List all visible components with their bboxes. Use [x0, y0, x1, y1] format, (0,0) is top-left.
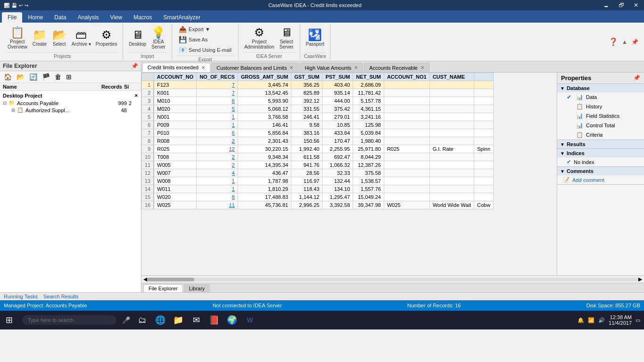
horizontal-scrollbar[interactable]: ◀ ▶ — [141, 275, 644, 283]
table-cell[interactable]: 12 — [197, 145, 238, 153]
tab-macros[interactable]: Macros — [128, 12, 157, 23]
results-section-header[interactable]: ▼ Results — [557, 140, 644, 148]
close-tab-ar[interactable]: ✕ — [421, 65, 424, 70]
table-cell[interactable]: 8 — [197, 97, 238, 105]
col-gross-amt-sum[interactable]: GROSS_AMT_SUM — [238, 73, 291, 81]
search-input[interactable] — [22, 315, 116, 325]
fe-folder-btn[interactable]: 📂 — [15, 73, 26, 81]
taskbar-pdf[interactable]: 📕 — [206, 312, 223, 329]
table-row[interactable]: 13W00811,787.98116.97132.441,538.57 — [142, 177, 494, 185]
close-desktop-icon[interactable]: ✕ — [134, 93, 138, 98]
show-desktop-icon[interactable]: ▭ — [636, 317, 640, 323]
record-link[interactable]: 5 — [199, 106, 235, 112]
record-link[interactable]: 1 — [199, 178, 235, 184]
record-link[interactable]: 2 — [199, 162, 235, 168]
qa-undo[interactable]: ↩ — [19, 3, 23, 8]
close-tab-credit[interactable]: ✕ — [201, 65, 205, 70]
tab-view[interactable]: View — [104, 12, 128, 23]
col-no-of-recs[interactable]: NO_OF_RECS — [197, 73, 238, 81]
record-link[interactable]: 4 — [199, 170, 235, 176]
pin-explorer-icon[interactable]: 📌 — [131, 63, 138, 69]
table-cell[interactable]: 1 — [197, 185, 238, 193]
desktop-button[interactable]: 🖥 Desktop — [127, 28, 148, 48]
table-row[interactable]: 5N00113,766.58246.41279.013,241.16 — [142, 113, 494, 121]
bottom-tab-file-explorer[interactable]: File Explorer — [143, 284, 183, 292]
project-overview-button[interactable]: 📋 ProjectOverview — [6, 26, 29, 50]
table-cell[interactable]: 1 — [197, 177, 238, 185]
record-link[interactable]: 6 — [199, 130, 235, 136]
notification-icon[interactable]: 🔔 — [578, 317, 584, 323]
volume-icon[interactable]: 🔊 — [598, 317, 605, 323]
table-row[interactable]: 6P0091146.419.5810.85125.98 — [142, 121, 494, 129]
table-row[interactable]: 7P01065,856.84383.16433.845,039.84 — [142, 129, 494, 137]
fe-authorized-suppliers[interactable]: ⊞ 📋 Authorized Suppl... 48 — [0, 107, 141, 114]
table-cell[interactable]: 4 — [197, 169, 238, 177]
mic-icon[interactable]: 🎤 — [122, 316, 130, 324]
system-clock[interactable]: 12:38 AM 11/4/2017 — [609, 314, 632, 326]
tab-home[interactable]: Home — [22, 12, 49, 23]
tab-accounts-receivable[interactable]: Accounts Receivable ✕ — [364, 63, 429, 72]
table-row[interactable]: 3M01085,993.90392.12444.005,157.78 — [142, 97, 494, 105]
start-button[interactable]: ⊞ — [0, 311, 18, 329]
indices-section-header[interactable]: ▼ Indices — [557, 149, 644, 157]
prop-history[interactable]: 📋 History — [557, 102, 644, 111]
tab-data[interactable]: Data — [49, 12, 72, 23]
select-server-button[interactable]: 🖥 SelectServer — [277, 26, 296, 50]
table-cell[interactable]: 8 — [197, 193, 238, 201]
taskbar-mail[interactable]: ✉ — [188, 312, 205, 329]
pin-properties-icon[interactable]: 📌 — [633, 74, 640, 82]
data-grid-container[interactable]: ACCOUNT_NO NO_OF_RECS GROSS_AMT_SUM GST_… — [141, 73, 557, 275]
close-tab-high-value[interactable]: ✕ — [354, 65, 358, 70]
fe-home-btn[interactable]: 🏠 — [2, 73, 14, 81]
qa-save[interactable]: 💾 — [11, 3, 17, 8]
qa-redo[interactable]: ↪ — [25, 3, 28, 8]
table-row[interactable]: 9R0251230,220.151,992.402,255.9525,971.8… — [142, 145, 494, 153]
table-cell[interactable]: 6 — [197, 129, 238, 137]
tab-credit-limits[interactable]: Credit limits exceeded ✕ — [142, 63, 210, 72]
fe-refresh-btn[interactable]: 🔄 — [27, 73, 39, 81]
taskbar-edge[interactable]: 🌐 — [152, 312, 169, 329]
tab-high-value[interactable]: High Value Amounts ✕ — [299, 63, 363, 72]
record-link[interactable]: 8 — [199, 194, 235, 200]
col-account-no1[interactable]: ACCOUNT_NO1 — [384, 73, 429, 81]
table-row[interactable]: 10T00829,348.34611.58692.478,044.29 — [142, 153, 494, 161]
fe-view-btn[interactable]: ⊞ — [64, 73, 74, 81]
table-cell[interactable]: 1 — [197, 113, 238, 121]
fe-delete-btn[interactable]: 🗑 — [53, 73, 63, 81]
passport-button[interactable]: 🛂 Passport — [304, 28, 326, 48]
record-link[interactable]: 1 — [199, 114, 235, 120]
table-cell[interactable]: 2 — [197, 153, 238, 161]
idea-server-import-button[interactable]: 💡 IDEAServer — [149, 26, 168, 50]
col-cust-name[interactable]: CUST_NAME — [429, 73, 474, 81]
expand-ribbon-icon[interactable]: ▲ — [622, 39, 627, 45]
col-pst-sum[interactable]: PST_SUM — [322, 73, 353, 81]
table-row[interactable]: 2K001713,542.45825.89935.1411,781.42 — [142, 89, 494, 97]
table-row[interactable]: 14W01111,810.29118.43134.101,557.76 — [142, 185, 494, 193]
table-cell[interactable]: 2 — [197, 161, 238, 169]
save-as-button[interactable]: 💾 Save As — [176, 35, 234, 44]
record-link[interactable]: 2 — [199, 154, 235, 160]
comments-section-header[interactable]: ▼ Comments — [557, 167, 644, 175]
scroll-right-icon[interactable]: ▶ — [638, 276, 642, 282]
network-icon[interactable]: 📶 — [588, 317, 594, 323]
scroll-thumb[interactable] — [147, 278, 194, 281]
record-link[interactable]: 2 — [199, 138, 235, 144]
prop-control-total[interactable]: 📊 Control Total — [557, 121, 644, 130]
tab-analysis[interactable]: Analysis — [72, 12, 105, 23]
table-row[interactable]: 12W0074436.4728.5632.33375.58 — [142, 169, 494, 177]
table-cell[interactable]: 2 — [197, 137, 238, 145]
project-administration-button[interactable]: ⚙ ProjectAdministration — [242, 26, 276, 50]
table-row[interactable]: 11W005214,395.34941.761,066.3212,387.26 — [142, 161, 494, 169]
col-account-no[interactable]: ACCOUNT_NO — [154, 73, 197, 81]
record-link[interactable]: 11 — [199, 202, 235, 208]
taskbar-browser[interactable]: 🌍 — [223, 312, 240, 329]
record-link[interactable]: 12 — [199, 146, 235, 152]
fe-accounts-payable[interactable]: ⊟ 📁 Accounts Payable 999 2 — [0, 99, 141, 107]
prop-criteria[interactable]: 📋 Criteria — [557, 130, 644, 140]
pin-icon[interactable]: 📌 — [631, 39, 638, 45]
record-link[interactable]: 8 — [199, 98, 235, 104]
table-cell[interactable]: 5 — [197, 105, 238, 113]
close-btn[interactable]: ✕ — [632, 2, 640, 8]
record-link[interactable]: 7 — [199, 90, 235, 96]
table-row[interactable]: 16W0251145,736.812,996.253,392.5839,347.… — [142, 201, 494, 209]
